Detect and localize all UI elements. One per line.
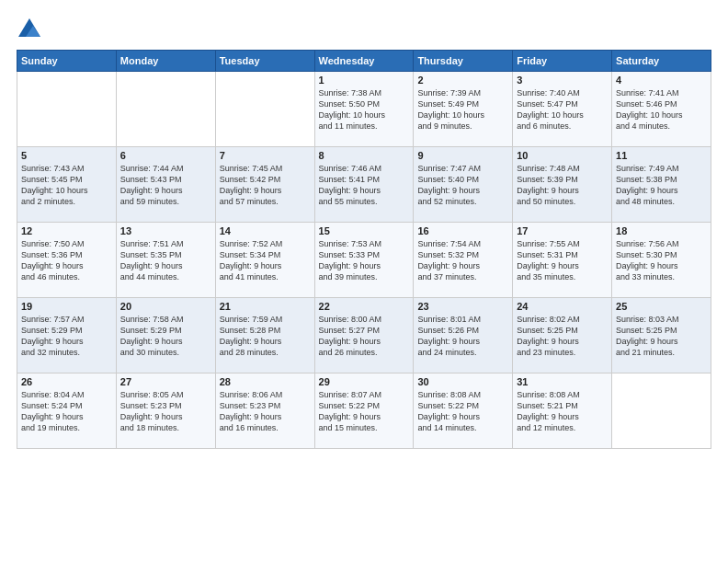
week-row-5: 26Sunrise: 8:04 AM Sunset: 5:24 PM Dayli… [17, 373, 711, 449]
calendar-cell: 23Sunrise: 8:01 AM Sunset: 5:26 PM Dayli… [414, 298, 513, 373]
cell-content: Sunrise: 8:00 AM Sunset: 5:27 PM Dayligh… [319, 314, 410, 359]
week-row-4: 19Sunrise: 7:57 AM Sunset: 5:29 PM Dayli… [17, 298, 711, 373]
header-cell-monday: Monday [116, 51, 215, 72]
cell-content: Sunrise: 7:44 AM Sunset: 5:43 PM Dayligh… [120, 163, 211, 208]
calendar-cell: 2Sunrise: 7:39 AM Sunset: 5:49 PM Daylig… [414, 72, 513, 147]
header-cell-wednesday: Wednesday [314, 51, 414, 72]
day-number: 15 [319, 225, 410, 236]
calendar-cell: 13Sunrise: 7:51 AM Sunset: 5:35 PM Dayli… [116, 223, 215, 298]
day-number: 31 [517, 376, 608, 387]
day-number: 28 [220, 376, 311, 387]
calendar-cell: 22Sunrise: 8:00 AM Sunset: 5:27 PM Dayli… [314, 298, 414, 373]
cell-content: Sunrise: 7:53 AM Sunset: 5:33 PM Dayligh… [319, 238, 410, 283]
calendar-header: SundayMondayTuesdayWednesdayThursdayFrid… [17, 51, 711, 72]
calendar-cell: 17Sunrise: 7:55 AM Sunset: 5:31 PM Dayli… [513, 223, 612, 298]
calendar-cell: 8Sunrise: 7:46 AM Sunset: 5:41 PM Daylig… [314, 147, 414, 223]
cell-content: Sunrise: 8:03 AM Sunset: 5:25 PM Dayligh… [616, 314, 707, 359]
logo-icon [17, 17, 42, 42]
day-number: 22 [319, 301, 410, 312]
header-cell-sunday: Sunday [17, 51, 117, 72]
calendar-cell: 1Sunrise: 7:38 AM Sunset: 5:50 PM Daylig… [314, 72, 414, 147]
day-number: 25 [616, 301, 707, 312]
cell-content: Sunrise: 7:47 AM Sunset: 5:40 PM Dayligh… [417, 163, 508, 208]
cell-content: Sunrise: 8:07 AM Sunset: 5:22 PM Dayligh… [319, 389, 410, 434]
calendar-cell: 25Sunrise: 8:03 AM Sunset: 5:25 PM Dayli… [612, 298, 711, 373]
cell-content: Sunrise: 8:08 AM Sunset: 5:21 PM Dayligh… [517, 389, 608, 434]
day-number: 14 [220, 225, 311, 236]
cell-content: Sunrise: 7:50 AM Sunset: 5:36 PM Dayligh… [21, 238, 112, 283]
cell-content: Sunrise: 7:54 AM Sunset: 5:32 PM Dayligh… [417, 238, 508, 283]
cell-content: Sunrise: 7:38 AM Sunset: 5:50 PM Dayligh… [319, 87, 410, 132]
day-number: 17 [517, 225, 608, 236]
calendar-cell: 29Sunrise: 8:07 AM Sunset: 5:22 PM Dayli… [314, 373, 414, 449]
calendar-cell: 11Sunrise: 7:49 AM Sunset: 5:38 PM Dayli… [612, 147, 711, 223]
calendar-cell: 16Sunrise: 7:54 AM Sunset: 5:32 PM Dayli… [414, 223, 513, 298]
day-number: 1 [319, 75, 410, 86]
cell-content: Sunrise: 7:56 AM Sunset: 5:30 PM Dayligh… [616, 238, 707, 283]
day-number: 11 [616, 150, 707, 161]
calendar-cell [17, 72, 117, 147]
calendar-cell: 24Sunrise: 8:02 AM Sunset: 5:25 PM Dayli… [513, 298, 612, 373]
calendar-cell: 21Sunrise: 7:59 AM Sunset: 5:28 PM Dayli… [215, 298, 314, 373]
calendar-cell: 19Sunrise: 7:57 AM Sunset: 5:29 PM Dayli… [17, 298, 117, 373]
day-number: 5 [21, 150, 112, 161]
calendar-cell: 15Sunrise: 7:53 AM Sunset: 5:33 PM Dayli… [314, 223, 414, 298]
cell-content: Sunrise: 8:02 AM Sunset: 5:25 PM Dayligh… [517, 314, 608, 359]
cell-content: Sunrise: 8:01 AM Sunset: 5:26 PM Dayligh… [417, 314, 508, 359]
header [17, 17, 711, 42]
day-number: 16 [417, 225, 508, 236]
day-number: 21 [220, 301, 311, 312]
calendar-cell [215, 72, 314, 147]
calendar-body: 1Sunrise: 7:38 AM Sunset: 5:50 PM Daylig… [17, 72, 711, 449]
calendar-cell: 5Sunrise: 7:43 AM Sunset: 5:45 PM Daylig… [17, 147, 117, 223]
cell-content: Sunrise: 7:39 AM Sunset: 5:49 PM Dayligh… [417, 87, 508, 132]
day-number: 26 [21, 376, 112, 387]
header-row: SundayMondayTuesdayWednesdayThursdayFrid… [17, 51, 711, 72]
calendar-cell: 12Sunrise: 7:50 AM Sunset: 5:36 PM Dayli… [17, 223, 117, 298]
day-number: 4 [616, 75, 707, 86]
cell-content: Sunrise: 7:58 AM Sunset: 5:29 PM Dayligh… [120, 314, 211, 359]
cell-content: Sunrise: 7:43 AM Sunset: 5:45 PM Dayligh… [21, 163, 112, 208]
cell-content: Sunrise: 7:59 AM Sunset: 5:28 PM Dayligh… [220, 314, 311, 359]
calendar-cell: 27Sunrise: 8:05 AM Sunset: 5:23 PM Dayli… [116, 373, 215, 449]
day-number: 8 [319, 150, 410, 161]
day-number: 18 [616, 225, 707, 236]
cell-content: Sunrise: 7:46 AM Sunset: 5:41 PM Dayligh… [319, 163, 410, 208]
calendar-cell: 6Sunrise: 7:44 AM Sunset: 5:43 PM Daylig… [116, 147, 215, 223]
calendar-cell: 4Sunrise: 7:41 AM Sunset: 5:46 PM Daylig… [612, 72, 711, 147]
calendar-cell: 9Sunrise: 7:47 AM Sunset: 5:40 PM Daylig… [414, 147, 513, 223]
header-cell-friday: Friday [513, 51, 612, 72]
header-cell-thursday: Thursday [414, 51, 513, 72]
cell-content: Sunrise: 7:51 AM Sunset: 5:35 PM Dayligh… [120, 238, 211, 283]
day-number: 9 [417, 150, 508, 161]
calendar-cell: 26Sunrise: 8:04 AM Sunset: 5:24 PM Dayli… [17, 373, 117, 449]
day-number: 7 [220, 150, 311, 161]
header-cell-tuesday: Tuesday [215, 51, 314, 72]
day-number: 29 [319, 376, 410, 387]
cell-content: Sunrise: 7:49 AM Sunset: 5:38 PM Dayligh… [616, 163, 707, 208]
calendar-cell: 30Sunrise: 8:08 AM Sunset: 5:22 PM Dayli… [414, 373, 513, 449]
day-number: 13 [120, 225, 211, 236]
day-number: 6 [120, 150, 211, 161]
day-number: 12 [21, 225, 112, 236]
day-number: 2 [417, 75, 508, 86]
cell-content: Sunrise: 7:48 AM Sunset: 5:39 PM Dayligh… [517, 163, 608, 208]
cell-content: Sunrise: 7:52 AM Sunset: 5:34 PM Dayligh… [220, 238, 311, 283]
week-row-2: 5Sunrise: 7:43 AM Sunset: 5:45 PM Daylig… [17, 147, 711, 223]
day-number: 20 [120, 301, 211, 312]
day-number: 30 [417, 376, 508, 387]
calendar-cell: 28Sunrise: 8:06 AM Sunset: 5:23 PM Dayli… [215, 373, 314, 449]
cell-content: Sunrise: 7:40 AM Sunset: 5:47 PM Dayligh… [517, 87, 608, 132]
day-number: 3 [517, 75, 608, 86]
header-cell-saturday: Saturday [612, 51, 711, 72]
logo [17, 17, 46, 42]
calendar-cell: 3Sunrise: 7:40 AM Sunset: 5:47 PM Daylig… [513, 72, 612, 147]
cell-content: Sunrise: 8:04 AM Sunset: 5:24 PM Dayligh… [21, 389, 112, 434]
cell-content: Sunrise: 7:55 AM Sunset: 5:31 PM Dayligh… [517, 238, 608, 283]
calendar-cell [612, 373, 711, 449]
cell-content: Sunrise: 8:08 AM Sunset: 5:22 PM Dayligh… [417, 389, 508, 434]
day-number: 10 [517, 150, 608, 161]
calendar-cell: 14Sunrise: 7:52 AM Sunset: 5:34 PM Dayli… [215, 223, 314, 298]
day-number: 27 [120, 376, 211, 387]
day-number: 24 [517, 301, 608, 312]
